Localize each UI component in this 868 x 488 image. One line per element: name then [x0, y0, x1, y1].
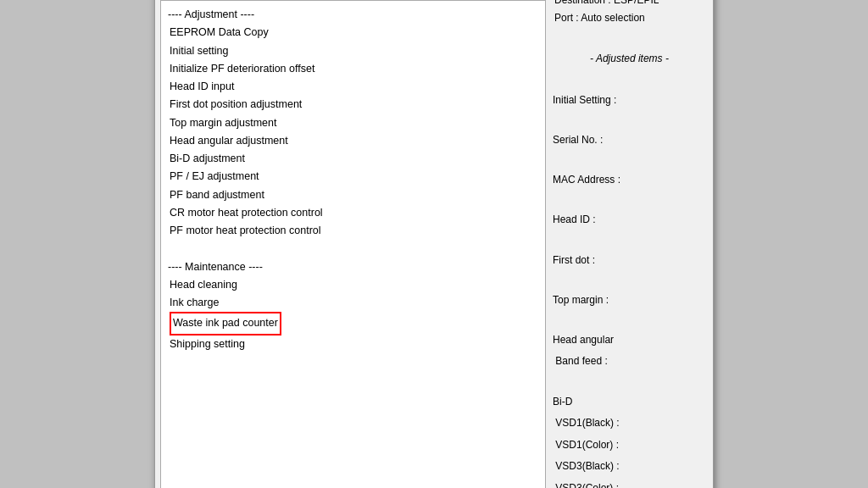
- menu-item-ink-charge[interactable]: Ink charge: [168, 294, 538, 312]
- menu-item-head-id[interactable]: Head ID input: [168, 78, 538, 96]
- right-panel: Adjusted items - Selected items - Model …: [551, 0, 708, 488]
- head-id-label: Head ID :: [553, 211, 706, 230]
- menu-item-bi-d[interactable]: Bi-D adjustment: [168, 150, 538, 168]
- head-angular-label: Head angular: [553, 331, 706, 350]
- menu-item-initial-setting[interactable]: Initial setting: [168, 42, 538, 60]
- waste-ink-highlight: Waste ink pad counter: [170, 312, 281, 335]
- main-dialog: model = L310 | port = Auto selection | A…: [154, 0, 714, 488]
- menu-item-first-dot[interactable]: First dot position adjustment: [168, 96, 538, 114]
- top-margin-label: Top margin :: [553, 291, 706, 310]
- vsd3-black-label: VSD3(Black) :: [553, 458, 706, 476]
- menu-item-pf-ej[interactable]: PF / EJ adjustment: [168, 168, 538, 186]
- menu-list: ---- Adjustment ---- EEPROM Data Copy In…: [160, 0, 546, 488]
- adjusted-header: - Adjusted items -: [553, 50, 706, 69]
- initial-setting-label: Initial Setting :: [553, 92, 706, 110]
- maintenance-header: ---- Maintenance ----: [168, 258, 538, 276]
- band-feed-label: Band feed :: [553, 352, 706, 371]
- menu-item-top-margin[interactable]: Top margin adjustment: [168, 114, 538, 132]
- menu-item-waste-ink[interactable]: Waste ink pad counter: [168, 312, 538, 335]
- vsd3-color-label: VSD3(Color) :: [553, 480, 706, 488]
- menu-item-cr-motor[interactable]: CR motor heat protection control: [168, 204, 538, 222]
- destination-line: Destination : ESP/EPIL: [554, 0, 706, 9]
- first-dot-label: First dot :: [553, 252, 706, 270]
- bi-d-label: Bi-D: [553, 393, 706, 412]
- menu-item-head-cleaning[interactable]: Head cleaning: [168, 276, 538, 294]
- content-area: ---- Adjustment ---- EEPROM Data Copy In…: [155, 0, 713, 488]
- vsd1-color-label: VSD1(Color) :: [553, 436, 706, 455]
- menu-item-pf-motor[interactable]: PF motor heat protection control: [168, 222, 538, 240]
- menu-item-shipping[interactable]: Shipping setting: [168, 336, 538, 353]
- left-panel: ---- Adjustment ---- EEPROM Data Copy In…: [160, 0, 546, 488]
- menu-item-initialize-pf[interactable]: Initialize PF deterioration offset: [168, 60, 538, 78]
- port-line: Port : Auto selection: [554, 9, 706, 28]
- menu-item-eeprom[interactable]: EEPROM Data Copy: [168, 24, 538, 42]
- vsd1-black-label: VSD1(Black) :: [553, 414, 706, 433]
- menu-item-pf-band[interactable]: PF band adjustment: [168, 186, 538, 204]
- mac-address-label: MAC Address :: [553, 171, 706, 190]
- menu-item-head-angular[interactable]: Head angular adjustment: [168, 132, 538, 150]
- serial-no-label: Serial No. :: [553, 131, 706, 150]
- adjustment-header: ---- Adjustment ----: [168, 6, 538, 24]
